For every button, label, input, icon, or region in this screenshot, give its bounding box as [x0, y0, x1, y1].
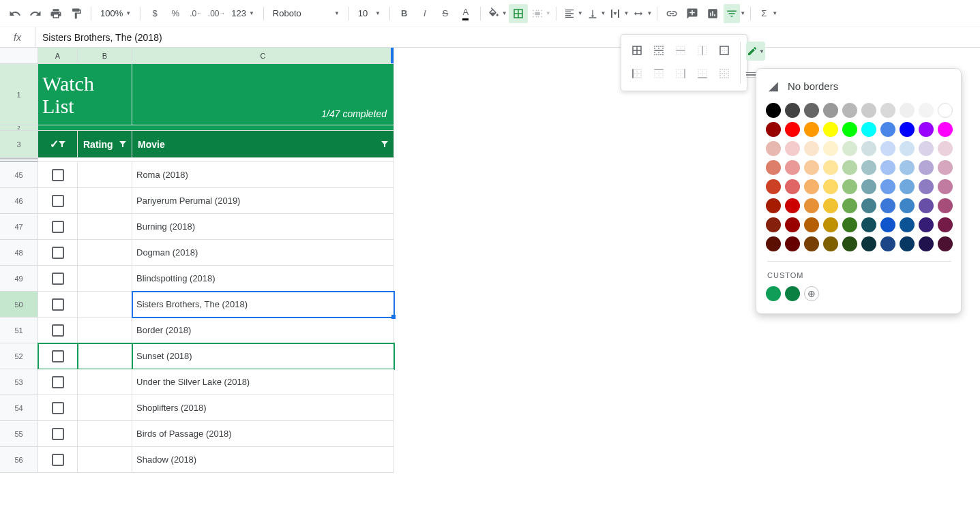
- color-swatch[interactable]: [900, 160, 915, 175]
- checkbox-cell[interactable]: [38, 292, 78, 318]
- checkbox-cell[interactable]: [38, 395, 78, 421]
- border-inner-icon[interactable]: [650, 42, 668, 59]
- row-header[interactable]: 48: [0, 240, 38, 266]
- color-swatch[interactable]: [938, 217, 953, 232]
- fill-color-button[interactable]: [486, 4, 502, 23]
- font-dropdown[interactable]: Roboto▼: [269, 4, 344, 23]
- color-swatch[interactable]: [842, 217, 857, 232]
- filter-icon[interactable]: [59, 141, 65, 147]
- rating-cell[interactable]: [78, 188, 132, 214]
- movie-cell[interactable]: Border (2018): [132, 318, 394, 343]
- border-color-button[interactable]: ▼: [746, 42, 765, 61]
- color-swatch[interactable]: [900, 141, 915, 156]
- color-swatch[interactable]: [861, 103, 876, 118]
- row-header[interactable]: 1: [0, 64, 38, 125]
- color-swatch[interactable]: [766, 236, 781, 251]
- checkbox-icon[interactable]: [52, 273, 64, 285]
- color-swatch[interactable]: [938, 198, 953, 213]
- checkbox-cell[interactable]: [38, 240, 78, 266]
- color-swatch[interactable]: [938, 122, 953, 137]
- strikethrough-button[interactable]: S: [436, 4, 455, 23]
- checkbox-icon[interactable]: [52, 247, 64, 259]
- border-right-icon[interactable]: [672, 65, 689, 82]
- border-top-icon[interactable]: [650, 65, 668, 82]
- color-swatch[interactable]: [919, 122, 934, 137]
- color-swatch[interactable]: [880, 198, 895, 213]
- checkbox-icon[interactable]: [52, 350, 64, 362]
- color-swatch[interactable]: [785, 141, 800, 156]
- header-check[interactable]: ✓: [38, 131, 78, 158]
- font-size-dropdown[interactable]: 10▼: [354, 4, 385, 23]
- color-swatch[interactable]: [919, 103, 934, 118]
- movie-cell[interactable]: Sunset (2018): [132, 343, 394, 369]
- color-swatch[interactable]: [766, 198, 781, 213]
- select-all-corner[interactable]: [0, 48, 38, 64]
- checkbox-cell[interactable]: [38, 421, 78, 447]
- border-vertical-icon[interactable]: [694, 42, 711, 59]
- h-align-arrow[interactable]: ▼: [578, 10, 583, 16]
- movie-cell[interactable]: Shoplifters (2018): [132, 395, 394, 421]
- color-swatch[interactable]: [842, 103, 857, 118]
- movie-cell[interactable]: Birds of Passage (2018): [132, 421, 394, 447]
- color-swatch[interactable]: [861, 217, 876, 232]
- checkbox-cell[interactable]: [38, 214, 78, 240]
- checkbox-cell[interactable]: [38, 447, 78, 473]
- color-swatch[interactable]: [804, 217, 819, 232]
- row-header[interactable]: 56: [0, 447, 38, 473]
- zoom-dropdown[interactable]: 100%▼: [96, 4, 135, 23]
- decrease-decimal-button[interactable]: .0←: [186, 4, 205, 23]
- header-rating[interactable]: Rating: [78, 131, 132, 158]
- color-swatch[interactable]: [938, 179, 953, 194]
- color-swatch[interactable]: [842, 122, 857, 137]
- insert-chart-button[interactable]: [703, 4, 722, 23]
- text-rotation-arrow[interactable]: ▼: [647, 10, 652, 16]
- color-swatch[interactable]: [880, 103, 895, 118]
- color-swatch[interactable]: [785, 103, 800, 118]
- print-button[interactable]: [46, 4, 65, 23]
- v-align-arrow[interactable]: ▼: [601, 10, 606, 16]
- color-swatch[interactable]: [823, 141, 838, 156]
- percent-button[interactable]: %: [166, 4, 185, 23]
- checkbox-cell[interactable]: [38, 343, 78, 369]
- movie-cell[interactable]: Shadow (2018): [132, 447, 394, 473]
- redo-button[interactable]: [26, 4, 45, 23]
- row-header[interactable]: 47: [0, 214, 38, 240]
- rating-cell[interactable]: [78, 447, 132, 473]
- color-swatch[interactable]: [900, 217, 915, 232]
- color-swatch[interactable]: [785, 160, 800, 175]
- color-swatch[interactable]: [842, 160, 857, 175]
- color-swatch[interactable]: [785, 236, 800, 251]
- checkbox-cell[interactable]: [38, 162, 78, 188]
- color-swatch[interactable]: [766, 179, 781, 194]
- row-header[interactable]: 45: [0, 162, 38, 188]
- filter-icon[interactable]: [119, 141, 126, 147]
- checkbox-cell[interactable]: [38, 369, 78, 395]
- movie-cell[interactable]: Blindspotting (2018): [132, 266, 394, 292]
- bold-button[interactable]: B: [395, 4, 414, 23]
- row-header[interactable]: 53: [0, 369, 38, 395]
- checkbox-cell[interactable]: [38, 266, 78, 292]
- checkbox-icon[interactable]: [52, 324, 64, 337]
- movie-cell[interactable]: Roma (2018): [132, 162, 394, 188]
- col-header-B[interactable]: B: [78, 48, 132, 64]
- color-swatch[interactable]: [919, 141, 934, 156]
- checkbox-icon[interactable]: [52, 221, 64, 233]
- checkbox-icon[interactable]: [52, 454, 64, 466]
- color-swatch[interactable]: [804, 236, 819, 251]
- color-swatch[interactable]: [804, 198, 819, 213]
- italic-button[interactable]: I: [415, 4, 434, 23]
- color-swatch[interactable]: [766, 217, 781, 232]
- color-swatch[interactable]: [900, 236, 915, 251]
- checkbox-icon[interactable]: [52, 169, 64, 181]
- rating-cell[interactable]: [78, 369, 132, 395]
- row-header[interactable]: 46: [0, 188, 38, 214]
- color-swatch[interactable]: [880, 141, 895, 156]
- insert-link-button[interactable]: [662, 4, 681, 23]
- color-swatch[interactable]: [766, 160, 781, 175]
- movie-cell[interactable]: Burning (2018): [132, 214, 394, 240]
- border-bottom-icon[interactable]: [694, 65, 711, 82]
- rating-cell[interactable]: [78, 395, 132, 421]
- color-swatch[interactable]: [861, 236, 876, 251]
- currency-button[interactable]: $: [145, 4, 164, 23]
- color-swatch[interactable]: [785, 217, 800, 232]
